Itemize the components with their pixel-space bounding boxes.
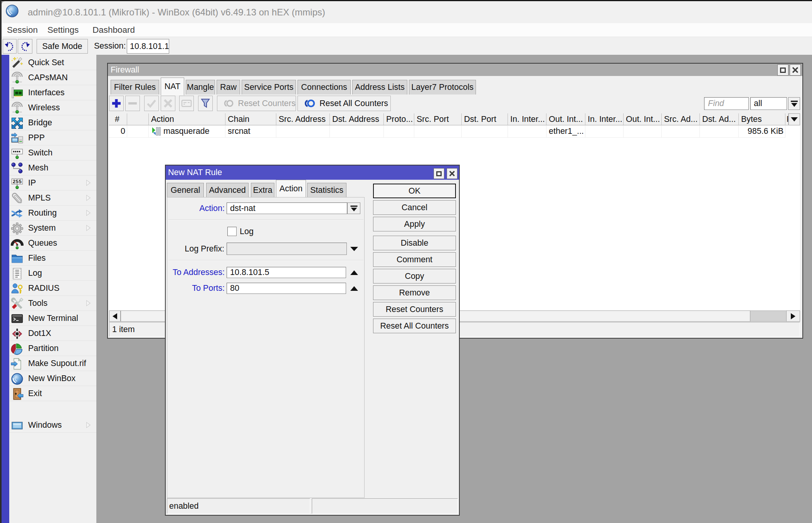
svg-text:255: 255: [13, 179, 22, 185]
